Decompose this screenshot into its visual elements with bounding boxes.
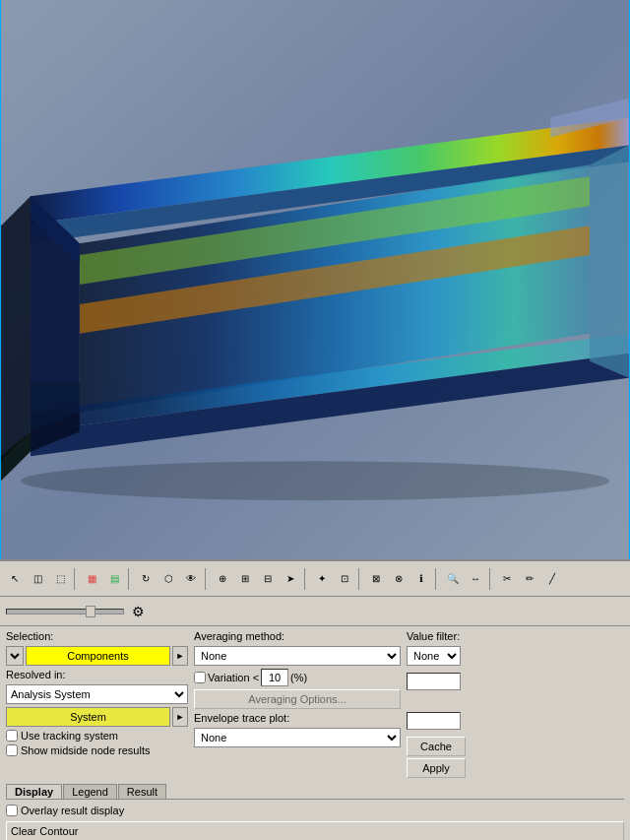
pointer-icon[interactable]: ⊕ bbox=[212, 568, 233, 590]
resolved-dropdown[interactable]: Analysis System bbox=[6, 684, 188, 704]
rotate-icon[interactable]: ↻ bbox=[135, 568, 157, 590]
clear-contour-btn[interactable]: Clear Contour bbox=[6, 821, 624, 840]
system-btn[interactable]: System bbox=[6, 707, 170, 727]
variation-label: Variation < bbox=[208, 672, 259, 683]
sep7 bbox=[489, 568, 493, 590]
value-filter-box2[interactable] bbox=[407, 712, 461, 730]
resolved-label: Resolved in: bbox=[6, 669, 188, 680]
tab-row: Display Legend Result bbox=[6, 784, 624, 800]
averaging-options-btn[interactable]: Averaging Options... bbox=[194, 689, 401, 709]
apply-btn[interactable]: Apply bbox=[407, 758, 466, 778]
envelope-dropdown[interactable]: None Max Min bbox=[194, 728, 401, 747]
selection-nav-btn[interactable]: ► bbox=[172, 646, 188, 666]
bottom-panel: Selection: ▼ Components ► Resolved in: A… bbox=[0, 626, 630, 840]
box-icon[interactable]: ⬚ bbox=[49, 568, 71, 590]
measure-icon[interactable]: ⊡ bbox=[334, 568, 355, 590]
viewport[interactable] bbox=[0, 0, 630, 561]
cache-btn[interactable]: Cache bbox=[407, 737, 466, 756]
col-middle: Averaging method: None Averaging Max Min… bbox=[194, 630, 401, 778]
svg-marker-11 bbox=[1, 196, 31, 461]
pen-icon[interactable]: ✏ bbox=[519, 568, 540, 590]
use-tracking-checkbox[interactable] bbox=[6, 730, 18, 742]
variation-checkbox[interactable] bbox=[194, 672, 206, 683]
tab-result[interactable]: Result bbox=[118, 784, 166, 799]
select-icon[interactable]: ↖ bbox=[4, 568, 26, 590]
value-filter-label: Value filter: bbox=[407, 630, 485, 642]
cut-icon[interactable]: ✂ bbox=[496, 568, 518, 590]
slider-track[interactable] bbox=[6, 609, 124, 614]
system-nav-btn[interactable]: ► bbox=[172, 707, 188, 727]
eye-icon[interactable]: 👁 bbox=[180, 568, 202, 590]
svg-point-16 bbox=[21, 461, 609, 500]
bar-icon[interactable]: ▤ bbox=[103, 568, 125, 590]
col-left: Selection: ▼ Components ► Resolved in: A… bbox=[6, 630, 188, 778]
line-icon[interactable]: ╱ bbox=[541, 568, 563, 590]
settings-row: ⚙ bbox=[0, 597, 630, 626]
arrow-icon[interactable]: ➤ bbox=[280, 568, 301, 590]
sep6 bbox=[435, 568, 439, 590]
info-icon[interactable]: ℹ bbox=[410, 568, 432, 590]
node-icon[interactable]: ✦ bbox=[311, 568, 333, 590]
variation-unit: (%) bbox=[290, 672, 307, 683]
averaging-method-label: Averaging method: bbox=[194, 630, 401, 642]
cube-icon[interactable]: ⬡ bbox=[158, 568, 179, 590]
plot-icon[interactable]: ▦ bbox=[81, 568, 102, 590]
variation-input[interactable] bbox=[261, 669, 288, 686]
envelope-label: Envelope trace plot: bbox=[194, 712, 401, 724]
col-value: Value filter: None Above Below Cache App… bbox=[407, 630, 485, 778]
overlay-label[interactable]: Overlay result display bbox=[6, 805, 624, 816]
show-midside-text: Show midside node results bbox=[21, 744, 150, 756]
overlay-checkbox[interactable] bbox=[6, 805, 18, 816]
value-filter-dropdown[interactable]: None Above Below bbox=[407, 646, 461, 666]
show-midside-label[interactable]: Show midside node results bbox=[6, 744, 188, 756]
mag-icon[interactable]: 🔍 bbox=[442, 568, 464, 590]
value-filter-box1[interactable] bbox=[407, 673, 461, 690]
value-filter-row: None Above Below bbox=[407, 646, 485, 666]
averaging-method-dropdown[interactable]: None Averaging Max Min bbox=[194, 646, 401, 666]
scale-icon[interactable]: ⊠ bbox=[365, 568, 387, 590]
toolbar: ↖ ◫ ⬚ ▦ ▤ ↻ ⬡ 👁 ⊕ ⊞ ⊟ ➤ ✦ ⊡ ⊠ ⊗ ℹ 🔍 ↔ ✂ … bbox=[0, 561, 630, 597]
hand-icon[interactable]: ⊞ bbox=[234, 568, 256, 590]
overlay-text: Overlay result display bbox=[21, 805, 124, 816]
sep4 bbox=[304, 568, 308, 590]
show-midside-checkbox[interactable] bbox=[6, 744, 18, 756]
tab-legend[interactable]: Legend bbox=[63, 784, 117, 799]
zoom-icon[interactable]: ⊟ bbox=[257, 568, 279, 590]
fit-icon[interactable]: ↔ bbox=[465, 568, 486, 590]
use-tracking-text: Use tracking system bbox=[21, 730, 118, 742]
selection-label: Selection: bbox=[6, 630, 188, 642]
gear-icon[interactable]: ⚙ bbox=[128, 602, 148, 621]
tab-display[interactable]: Display bbox=[6, 784, 62, 799]
sep2 bbox=[128, 568, 132, 590]
pan-icon[interactable]: ⊗ bbox=[388, 568, 410, 590]
beam-visualization bbox=[0, 0, 630, 559]
sep1 bbox=[74, 568, 78, 590]
edge-icon[interactable]: ◫ bbox=[27, 568, 48, 590]
selection-components-btn[interactable]: Components bbox=[26, 646, 170, 666]
slider-thumb[interactable] bbox=[86, 606, 95, 617]
variation-row: Variation < (%) bbox=[194, 669, 401, 686]
sep5 bbox=[358, 568, 362, 590]
use-tracking-label[interactable]: Use tracking system bbox=[6, 730, 188, 742]
selection-arrow[interactable]: ▼ bbox=[6, 646, 24, 666]
system-btn-row: System ► bbox=[6, 707, 188, 727]
sep3 bbox=[205, 568, 209, 590]
selection-row: ▼ Components ► bbox=[6, 646, 188, 666]
col-right: Display Legend Result Overlay result dis… bbox=[6, 784, 624, 840]
resolved-row: Analysis System bbox=[6, 684, 188, 704]
svg-marker-12 bbox=[590, 145, 629, 377]
